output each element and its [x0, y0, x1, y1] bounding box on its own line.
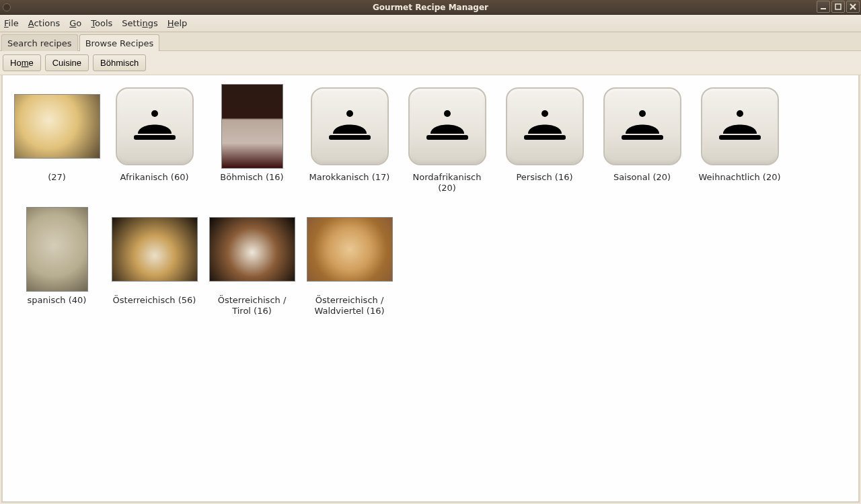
category-label: Nordafrikanisch (20)	[403, 172, 492, 194]
category-label: Afrikanisch (60)	[120, 172, 188, 183]
menu-go[interactable]: Go	[69, 18, 81, 28]
svg-rect-11	[524, 135, 566, 140]
category-label: spanisch (40)	[28, 295, 87, 306]
category-photo	[209, 83, 295, 169]
svg-point-10	[541, 110, 548, 117]
category-item[interactable]: Marokkanisch (17)	[301, 83, 398, 194]
cloche-icon	[599, 83, 685, 169]
content-area: (27) Afrikanisch (60)Böhmisch (16) Marok…	[1, 75, 860, 503]
category-item[interactable]: (27)	[8, 83, 106, 194]
category-label: Österreichisch / Tirol (16)	[208, 295, 297, 317]
category-photo	[209, 206, 295, 292]
close-button[interactable]	[846, 1, 860, 13]
category-label: Persisch (16)	[516, 172, 572, 183]
cloche-icon	[404, 83, 490, 169]
breadcrumb: Home Cuisine Böhmisch	[0, 51, 861, 75]
window-controls	[817, 1, 860, 13]
category-label: Österreichisch / Waldviertel (16)	[305, 295, 394, 317]
svg-point-14	[737, 110, 743, 117]
menu-file[interactable]: File	[4, 18, 19, 28]
category-item[interactable]: Österreichisch / Waldviertel (16)	[301, 206, 398, 317]
cloche-icon	[697, 83, 783, 169]
svg-point-12	[639, 110, 646, 117]
minimize-button[interactable]	[817, 1, 830, 13]
svg-rect-1	[835, 4, 841, 9]
category-photo	[14, 83, 100, 169]
title-bar: Gourmet Recipe Manager	[0, 0, 861, 15]
tab-search-recipes[interactable]: Search recipes	[1, 34, 78, 51]
category-photo	[14, 206, 100, 292]
category-item[interactable]: Saisonal (20)	[593, 83, 691, 194]
category-grid: (27) Afrikanisch (60)Böhmisch (16) Marok…	[8, 83, 853, 329]
svg-point-6	[346, 110, 353, 117]
cloche-icon	[307, 83, 393, 169]
category-item[interactable]: Afrikanisch (60)	[106, 83, 203, 194]
svg-point-8	[444, 110, 451, 117]
tab-browse-recipes[interactable]: Browse Recipes	[79, 34, 160, 51]
category-item[interactable]: Weihnachtlich (20)	[691, 83, 788, 194]
breadcrumb-cuisine[interactable]: Cuisine	[45, 54, 89, 71]
svg-rect-7	[329, 135, 371, 140]
menu-help[interactable]: Help	[167, 18, 188, 28]
category-label: Marokkanisch (17)	[309, 172, 390, 183]
maximize-button[interactable]	[831, 1, 845, 13]
category-item[interactable]: Nordafrikanisch (20)	[398, 83, 496, 194]
category-photo	[112, 206, 198, 292]
category-label: Weihnachtlich (20)	[698, 172, 780, 183]
menu-bar: File Actions Go Tools Settings Help	[0, 15, 861, 32]
breadcrumb-home[interactable]: Home	[3, 54, 41, 71]
category-photo	[307, 206, 393, 292]
app-icon	[3, 3, 11, 11]
tab-strip: Search recipes Browse Recipes	[0, 32, 861, 51]
svg-rect-5	[134, 135, 176, 140]
category-item[interactable]: Österreichisch / Tirol (16)	[203, 206, 301, 317]
window-title: Gourmet Recipe Manager	[373, 3, 488, 12]
menu-actions[interactable]: Actions	[28, 18, 61, 28]
category-label: (27)	[48, 172, 66, 183]
svg-rect-13	[622, 135, 663, 140]
menu-settings[interactable]: Settings	[122, 18, 157, 28]
category-label: Österreichisch (56)	[113, 295, 196, 306]
category-item[interactable]: Böhmisch (16)	[203, 83, 301, 194]
category-item[interactable]: Österreichisch (56)	[106, 206, 203, 317]
menu-tools[interactable]: Tools	[91, 18, 112, 28]
svg-rect-15	[719, 135, 761, 140]
breadcrumb-bohmisch[interactable]: Böhmisch	[93, 54, 146, 71]
cloche-icon	[502, 83, 588, 169]
category-item[interactable]: Persisch (16)	[496, 83, 593, 194]
svg-rect-9	[426, 135, 468, 140]
svg-point-4	[151, 110, 158, 117]
category-item[interactable]: spanisch (40)	[8, 206, 106, 317]
category-label: Saisonal (20)	[613, 172, 671, 183]
category-label: Böhmisch (16)	[220, 172, 283, 183]
cloche-icon	[112, 83, 198, 169]
